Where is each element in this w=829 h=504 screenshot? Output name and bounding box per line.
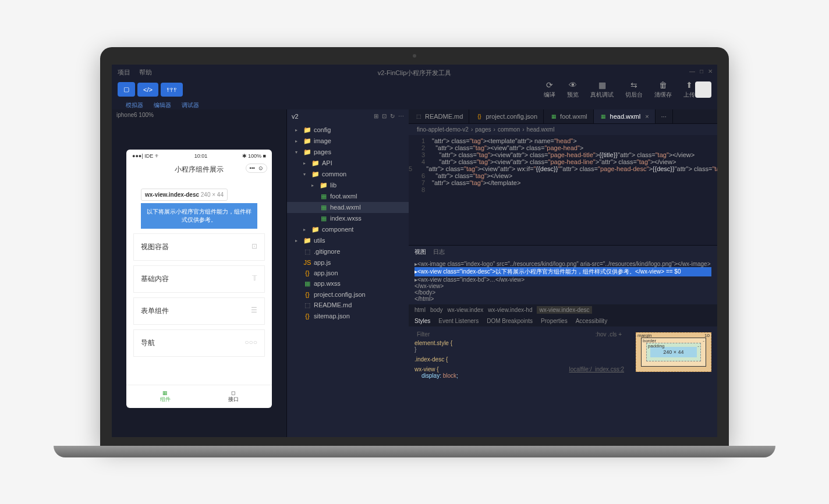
- tabs-more[interactable]: ···: [656, 109, 673, 123]
- window-controls[interactable]: —□✕: [689, 68, 713, 74]
- dom-breadcrumb[interactable]: htmlbodywx-view.indexwx-view.index-hdwx-…: [409, 304, 717, 315]
- folder-node[interactable]: ▸📁image: [287, 136, 409, 147]
- dom-tree[interactable]: ▸<wx-image class="index-logo" src="../re…: [409, 258, 717, 304]
- list-item[interactable]: 视图容器⊡: [133, 233, 265, 261]
- phone-statusbar: ●●●| IDE ᯤ 10:01 ✱ 100% ■: [126, 150, 272, 162]
- file-node[interactable]: JSapp.js: [287, 257, 409, 268]
- styles-filter[interactable]: Filter:hov .cls +: [414, 329, 624, 340]
- list-item[interactable]: 导航○○○: [133, 329, 265, 357]
- folder-node[interactable]: ▾📁common: [287, 169, 409, 180]
- editor-toggle[interactable]: </>: [137, 83, 158, 97]
- action-bar: ⟳编译👁预览▦真机调试⇆切后台🗑清缓存⬆上传: [544, 80, 695, 99]
- editor-tabs: ⬚ README.md{} project.config.json▦ foot.…: [409, 109, 717, 124]
- devtools-tabs: 视图 日志: [409, 246, 717, 258]
- user-avatar[interactable]: [695, 81, 711, 98]
- inspect-tooltip: wx-view.index-desc 240 × 44: [141, 189, 228, 201]
- folder-node[interactable]: ▸📁utils: [287, 235, 409, 246]
- laptop-bezel: v2-FinClip小程序开发工具 —□✕ 项目 帮助 ▢ </> ⫯⫯⫯ ⟳编…: [100, 47, 729, 446]
- file-node[interactable]: ▦app.wxss: [287, 278, 409, 289]
- action-切后台[interactable]: ⇆切后台: [625, 80, 643, 99]
- ide-screen: 项目 帮助 ▢ </> ⫯⫯⫯ ⟳编译👁预览▦真机调试⇆切后台🗑清缓存⬆上传 模…: [112, 65, 717, 437]
- main-area: iphone6 100% ●●●| IDE ᯤ 10:01 ✱ 100% ■ 小…: [112, 109, 717, 437]
- simulator-panel: iphone6 100% ●●●| IDE ᯤ 10:01 ✱ 100% ■ 小…: [112, 109, 286, 437]
- list-item[interactable]: 基础内容𝕋: [133, 265, 265, 293]
- action-上传[interactable]: ⬆上传: [683, 80, 695, 99]
- style-tab[interactable]: Properties: [541, 318, 568, 324]
- folder-node[interactable]: ▸📁API: [287, 158, 409, 169]
- tab-components[interactable]: ▦组件: [131, 390, 199, 403]
- style-tab[interactable]: Accessibility: [576, 318, 607, 324]
- file-node[interactable]: {}app.json: [287, 268, 409, 278]
- action-清缓存[interactable]: 🗑清缓存: [654, 80, 672, 99]
- file-node[interactable]: ▦head.wxml: [287, 202, 409, 213]
- code-editor[interactable]: 1"attr"> class="tag"><template"attr"> na…: [409, 135, 717, 245]
- action-预览[interactable]: 👁预览: [567, 80, 579, 99]
- debugger-toggle[interactable]: ⫯⫯⫯: [161, 83, 183, 97]
- highlighted-text: 以下将展示小程序官方组件能力，组件样式仅供参考。: [141, 203, 257, 229]
- folder-node[interactable]: ▸📁component: [287, 224, 409, 235]
- editor-tab[interactable]: ⬚ README.md: [409, 109, 469, 123]
- breadcrumb[interactable]: fino-applet-demo-v2›pages›common›head.wx…: [409, 124, 717, 135]
- editor-tab[interactable]: ▦ foot.wxml: [544, 109, 593, 123]
- simulator-toggle[interactable]: ▢: [118, 82, 135, 97]
- tab-api[interactable]: ◻接口: [199, 390, 267, 403]
- action-真机调试[interactable]: ▦真机调试: [590, 80, 614, 99]
- editor-tab[interactable]: {} project.config.json: [469, 109, 544, 123]
- file-node[interactable]: ⬚.gitignore: [287, 246, 409, 257]
- file-node[interactable]: {}project.config.json: [287, 289, 409, 300]
- component-list: 视图容器⊡基础内容𝕋表单组件☰导航○○○: [126, 229, 272, 361]
- menu-help[interactable]: 帮助: [139, 68, 152, 77]
- action-编译[interactable]: ⟳编译: [544, 80, 555, 99]
- laptop-base: [54, 446, 775, 457]
- phone-nav-title: 小程序组件展示 •••⊙: [126, 162, 272, 177]
- window-title: v2-FinClip小程序开发工具: [375, 65, 454, 80]
- editor-panel: ⬚ README.md{} project.config.json▦ foot.…: [409, 109, 717, 437]
- capsule-button[interactable]: •••⊙: [246, 164, 267, 173]
- editor-tab[interactable]: ▦ head.wxml×: [594, 109, 656, 123]
- file-tree: ▸📁config▸📁image▾📁pages▸📁API▾📁common▸📁lib…: [287, 123, 409, 322]
- box-model: margin10 border- padding- 240 × 44: [630, 326, 717, 437]
- laptop-frame: v2-FinClip小程序开发工具 —□✕ 项目 帮助 ▢ </> ⫯⫯⫯ ⟳编…: [100, 47, 729, 457]
- menu-project[interactable]: 项目: [118, 68, 130, 77]
- style-tabs: StylesEvent ListenersDOM BreakpointsProp…: [409, 315, 717, 326]
- styles-row: Filter:hov .cls + element.style {}.index…: [409, 326, 717, 437]
- style-tab[interactable]: Event Listeners: [438, 318, 479, 324]
- toolbar: ▢ </> ⫯⫯⫯ ⟳编译👁预览▦真机调试⇆切后台🗑清缓存⬆上传 模拟器 编辑器…: [112, 80, 717, 109]
- styles-pane[interactable]: Filter:hov .cls + element.style {}.index…: [409, 326, 630, 437]
- tab-view[interactable]: 视图: [414, 248, 426, 256]
- camera-dot: [413, 54, 416, 58]
- style-tab[interactable]: Styles: [414, 318, 430, 324]
- toolbar-labels: 模拟器 编辑器 调试器: [118, 101, 711, 109]
- list-item[interactable]: 表单组件☰: [133, 297, 265, 325]
- tab-log[interactable]: 日志: [433, 248, 445, 256]
- explorer-actions[interactable]: ⊞⊡↻⋯: [374, 113, 404, 120]
- file-node[interactable]: ▦index.wxss: [287, 213, 409, 224]
- file-node[interactable]: {}sitemap.json: [287, 311, 409, 321]
- explorer-header: v2 ⊞⊡↻⋯: [287, 109, 409, 123]
- phone-tabbar: ▦组件 ◻接口: [126, 385, 272, 408]
- devtools-panel: 视图 日志 ▸<wx-image class="index-logo" src=…: [409, 245, 717, 437]
- folder-node[interactable]: ▸📁lib: [287, 180, 409, 191]
- device-info[interactable]: iphone6 100%: [112, 109, 286, 120]
- folder-node[interactable]: ▾📁pages: [287, 147, 409, 158]
- file-node[interactable]: ▦foot.wxml: [287, 191, 409, 202]
- file-node[interactable]: ⬚README.md: [287, 300, 409, 311]
- file-explorer: v2 ⊞⊡↻⋯ ▸📁config▸📁image▾📁pages▸📁API▾📁com…: [286, 109, 409, 437]
- phone-frame: ●●●| IDE ᯤ 10:01 ✱ 100% ■ 小程序组件展示 •••⊙ w…: [126, 150, 272, 408]
- style-tab[interactable]: DOM Breakpoints: [487, 318, 533, 324]
- folder-node[interactable]: ▸📁config: [287, 125, 409, 136]
